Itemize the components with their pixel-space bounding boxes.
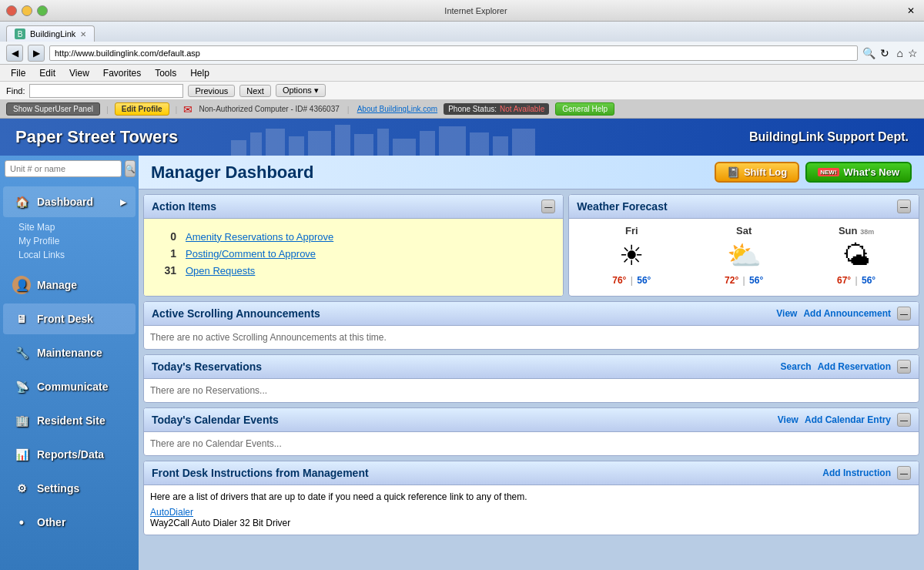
action-link-2[interactable]: Open Requests <box>186 265 255 277</box>
weather-temps-1: 72° | 56° <box>725 275 763 286</box>
svg-rect-11 <box>470 132 489 156</box>
star-icon[interactable]: ☆ <box>908 47 918 59</box>
tab-title: BuildingLink <box>30 29 75 39</box>
announcements-collapse[interactable]: — <box>897 307 911 320</box>
next-button[interactable]: Next <box>239 85 271 97</box>
sidebar-item-residentsite[interactable]: 🏢 Resident Site <box>3 405 136 436</box>
instructions-collapse[interactable]: — <box>897 466 911 480</box>
search-icon[interactable]: 🔍 <box>862 47 875 59</box>
weather-day-name-1: Sat <box>725 225 763 236</box>
menu-edit[interactable]: Edit <box>33 66 62 80</box>
menu-help[interactable]: Help <box>184 66 216 80</box>
weather-day-sat: Sat ⛅ 72° | 56° <box>725 225 763 286</box>
dashboard-sub-items: Site Map My Profile Local Links <box>0 219 139 265</box>
about-link[interactable]: About BuildingLink.com <box>357 105 438 113</box>
unit-search-button[interactable]: 🔍 <box>125 160 136 177</box>
menu-tools[interactable]: Tools <box>149 66 182 80</box>
sidebar-item-sitemap[interactable]: Site Map <box>15 220 129 234</box>
manage-icon: 👤 <box>12 276 31 294</box>
weather-extra-2: 38m <box>860 228 874 236</box>
calendar-view-link[interactable]: View <box>778 414 798 425</box>
sidebar-communicate-label: Communicate <box>37 381 109 393</box>
dashboard-header: Manager Dashboard 📓 Shift Log NEW! What'… <box>139 156 924 189</box>
temp-low-1: 56° <box>749 275 763 286</box>
sidebar-item-manage[interactable]: 👤 Manage <box>3 270 136 300</box>
sidebar-item-frontdesk[interactable]: 🖥 Front Desk <box>3 303 136 334</box>
svg-rect-9 <box>420 131 435 156</box>
action-link-0[interactable]: Amenity Reservations to Approve <box>186 231 333 243</box>
refresh-icon[interactable]: ↻ <box>880 47 889 59</box>
maximize-btn[interactable] <box>37 5 48 16</box>
svg-rect-2 <box>266 129 285 156</box>
window-title: Internet Explorer <box>52 6 899 15</box>
autodialer-link[interactable]: AutoDialer <box>150 507 912 518</box>
weather-collapse[interactable]: — <box>897 200 911 213</box>
frontdesk-icon: 🖥 <box>12 310 31 328</box>
sidebar-item-locallinks[interactable]: Local Links <box>15 248 129 262</box>
find-input[interactable] <box>29 84 183 98</box>
home-icon[interactable]: ⌂ <box>897 47 903 59</box>
instructions-add-link[interactable]: Add Instruction <box>822 468 891 478</box>
menu-favorites[interactable]: Favorites <box>97 66 147 80</box>
find-bar: Find: Previous Next Options ▾ <box>0 82 924 100</box>
instructions-header: Front Desk Instructions from Management … <box>144 461 919 485</box>
weather-day-fri: Fri ☀ 76° | 56° <box>612 225 651 286</box>
sidebar-item-other[interactable]: • Other <box>3 507 136 538</box>
reservations-header: Today's Reservations Search Add Reservat… <box>144 355 919 379</box>
svg-rect-13 <box>512 129 535 156</box>
calendar-collapse[interactable]: — <box>897 413 911 427</box>
calendar-add-link[interactable]: Add Calendar Entry <box>805 414 891 425</box>
weather-title: Weather Forecast <box>577 200 667 213</box>
action-link-1[interactable]: Posting/Comment to Approve <box>186 248 316 260</box>
shift-log-button[interactable]: 📓 Shift Log <box>715 162 799 183</box>
menu-view[interactable]: View <box>63 66 95 80</box>
temp-high-1: 72° <box>725 275 738 286</box>
search-container: 🔍 <box>0 156 139 182</box>
svg-rect-7 <box>377 129 389 156</box>
previous-button[interactable]: Previous <box>188 85 235 97</box>
back-button[interactable]: ◀ <box>6 45 23 62</box>
sidebar-item-communicate[interactable]: 📡 Communicate <box>3 371 136 402</box>
settings-icon: ⚙ <box>12 479 31 498</box>
svg-rect-1 <box>250 132 262 156</box>
unauth-message: Non-Authorized Computer - ID# 4366037 <box>199 105 339 113</box>
svg-rect-5 <box>335 125 350 156</box>
forward-button[interactable]: ▶ <box>28 45 45 62</box>
weather-icon-0: ☀ <box>612 240 651 272</box>
announcements-header: Active Scrolling Announcements View Add … <box>144 302 919 326</box>
whats-new-button[interactable]: NEW! What's New <box>805 162 912 183</box>
action-count-2: 31 <box>153 264 176 277</box>
sidebar-item-reportsdata[interactable]: 📊 Reports/Data <box>3 439 136 470</box>
sidebar-item-myprofile[interactable]: My Profile <box>15 234 129 248</box>
reservations-collapse[interactable]: — <box>897 360 911 374</box>
reservations-add-link[interactable]: Add Reservation <box>818 361 891 372</box>
window-close-icon[interactable]: ✕ <box>904 5 918 16</box>
app-title-bar: Paper Street Towers BuildingLink Support… <box>0 119 924 156</box>
menu-file[interactable]: File <box>5 66 32 80</box>
sidebar-residentsite-label: Resident Site <box>37 414 105 427</box>
support-dept: BuildingLink Support Dept. <box>749 130 909 144</box>
weather-widget: Weather Forecast — Fri ☀ 76° | 56° <box>568 194 919 297</box>
edit-profile-button[interactable]: Edit Profile <box>115 102 169 116</box>
active-tab[interactable]: B BuildingLink ✕ <box>6 25 95 42</box>
announcements-view-link[interactable]: View <box>776 308 797 319</box>
sidebar-item-dashboard[interactable]: 🏠 Dashboard ▶ <box>3 186 136 217</box>
action-item-row-0: 0 Amenity Reservations to Approve <box>153 228 554 245</box>
general-help-button[interactable]: General Help <box>555 102 614 116</box>
temp-high-0: 76° <box>612 275 626 286</box>
minimize-btn[interactable] <box>22 5 32 16</box>
sidebar-item-maintenance[interactable]: 🔧 Maintenance <box>3 337 136 368</box>
find-label: Find: <box>6 86 25 96</box>
tab-close-icon[interactable]: ✕ <box>80 30 86 39</box>
super-user-button[interactable]: Show SuperUser Panel <box>6 102 100 116</box>
svg-rect-8 <box>393 139 416 156</box>
action-count-1: 1 <box>153 247 176 260</box>
action-items-collapse[interactable]: — <box>541 200 555 213</box>
url-input[interactable] <box>49 45 858 61</box>
unit-search-input[interactable] <box>5 160 122 177</box>
announcements-add-link[interactable]: Add Announcement <box>803 308 891 319</box>
options-button[interactable]: Options ▾ <box>276 84 326 97</box>
sidebar-item-settings[interactable]: ⚙ Settings <box>3 473 136 504</box>
close-btn[interactable] <box>6 5 17 16</box>
reservations-search-link[interactable]: Search <box>781 361 812 372</box>
